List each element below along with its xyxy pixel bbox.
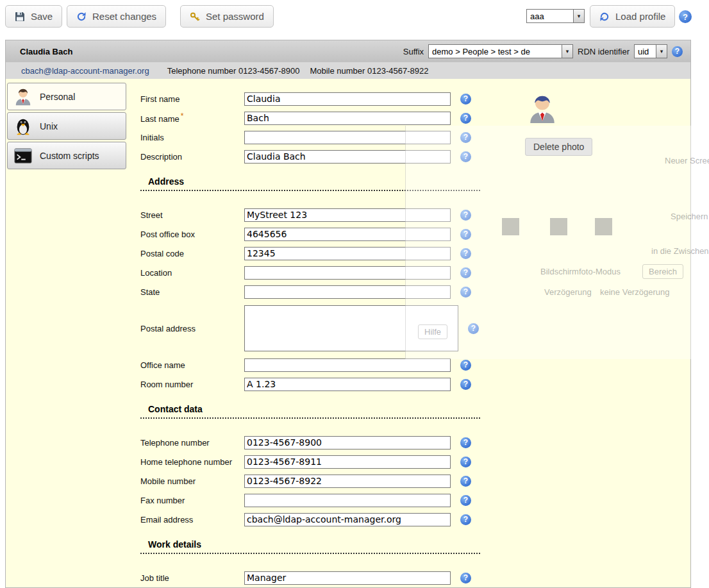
module-tabs: Personal Unix xyxy=(7,83,126,171)
tab-personal-label: Personal xyxy=(40,92,75,102)
help-icon[interactable]: ? xyxy=(460,267,471,278)
help-icon[interactable]: ? xyxy=(460,476,471,487)
post-office-box-label: Post office box xyxy=(140,230,244,239)
dropdown-arrow-icon: ▾ xyxy=(656,45,667,58)
first-name-input[interactable] xyxy=(244,92,451,106)
last-name-label: Last name xyxy=(140,115,179,124)
profile-select[interactable]: aaa ▾ xyxy=(526,9,585,23)
tab-personal[interactable]: Personal xyxy=(7,83,126,110)
rdn-label: RDN identifier xyxy=(578,47,630,56)
help-icon[interactable]: ? xyxy=(460,229,471,240)
help-icon[interactable]: ? xyxy=(460,94,471,105)
mobile-number-input[interactable] xyxy=(244,475,451,488)
reset-changes-button[interactable]: Reset changes xyxy=(67,5,166,28)
location-label: Location xyxy=(140,268,244,278)
state-input[interactable] xyxy=(244,285,451,299)
user-photo xyxy=(526,90,558,128)
postal-code-label: Postal code xyxy=(140,249,244,258)
tab-custom-scripts[interactable]: Custom scripts xyxy=(7,142,126,169)
initials-label: Initials xyxy=(140,133,244,142)
help-icon[interactable]: ? xyxy=(460,514,471,525)
state-label: State xyxy=(140,287,244,297)
help-icon[interactable]: ? xyxy=(460,360,471,371)
save-button[interactable]: Save xyxy=(5,5,62,28)
account-panel: Claudia Bach Suffix demo > People > test… xyxy=(5,40,691,588)
email-address-label: Email address xyxy=(140,515,244,525)
help-icon[interactable]: ? xyxy=(460,151,471,162)
suffix-select[interactable]: demo > People > test > de ▾ xyxy=(428,44,573,58)
help-icon[interactable]: ? xyxy=(460,573,471,584)
lam-user-edit-page: Save Reset changes Set password aaa ▾ xyxy=(0,0,709,588)
office-name-input[interactable] xyxy=(244,358,451,372)
required-marker: * xyxy=(181,112,184,121)
summary-mobile: Mobile number 0123-4567-8922 xyxy=(310,66,428,76)
field-row: Fax number ? xyxy=(140,491,499,510)
telephone-input[interactable] xyxy=(244,436,451,449)
delete-photo-button[interactable]: Delete photo xyxy=(525,138,592,156)
field-row: Job title ? xyxy=(140,568,499,587)
postal-address-textarea[interactable] xyxy=(244,305,458,351)
tab-unix[interactable]: Unix xyxy=(7,112,126,140)
description-input[interactable] xyxy=(244,150,451,164)
email-address-input[interactable] xyxy=(244,513,451,526)
postal-code-input[interactable] xyxy=(244,247,451,260)
help-icon[interactable]: ? xyxy=(460,113,471,124)
help-icon[interactable]: ? xyxy=(460,437,471,448)
field-row: Description ? xyxy=(140,147,499,166)
last-name-input[interactable] xyxy=(244,112,451,125)
home-telephone-input[interactable] xyxy=(244,455,451,469)
field-row: Mobile number ? xyxy=(140,471,499,491)
suffix-select-value: demo > People > test > de xyxy=(429,45,562,58)
rdn-select[interactable]: uid ▾ xyxy=(634,44,667,58)
set-password-button[interactable]: Set password xyxy=(180,5,274,28)
help-icon[interactable]: ? xyxy=(460,287,471,298)
help-icon[interactable]: ? xyxy=(460,495,471,506)
load-profile-button[interactable]: Load profile xyxy=(590,5,675,28)
initials-input[interactable] xyxy=(244,131,451,144)
location-input[interactable] xyxy=(244,266,451,280)
help-icon[interactable]: ? xyxy=(460,210,471,221)
top-toolbar: Save Reset changes Set password aaa ▾ xyxy=(0,0,709,36)
field-row: First name ? xyxy=(140,89,499,108)
description-label: Description xyxy=(140,152,244,162)
help-icon[interactable]: ? xyxy=(460,248,471,259)
reset-changes-label: Reset changes xyxy=(92,11,156,22)
room-number-input[interactable] xyxy=(244,378,451,391)
help-icon[interactable]: ? xyxy=(460,379,471,390)
personal-form: First name ? Last name* ? Initials ? Des… xyxy=(140,89,499,587)
field-row: Location ? xyxy=(140,263,499,282)
post-office-box-input[interactable] xyxy=(244,228,451,241)
field-row: Last name* ? xyxy=(140,108,499,128)
help-icon[interactable]: ? xyxy=(460,132,471,143)
terminal-icon xyxy=(13,146,33,165)
field-row: Postal code ? xyxy=(140,244,499,263)
help-icon[interactable]: ? xyxy=(679,10,692,23)
field-row: Telephone number ? xyxy=(140,433,499,452)
section-heading-contact-data: Contact data xyxy=(140,404,480,419)
field-row: Office name ? xyxy=(140,355,499,374)
street-label: Street xyxy=(140,210,244,220)
account-header: Claudia Bach Suffix demo > People > test… xyxy=(6,40,690,62)
section-heading-work-details: Work details xyxy=(140,539,480,554)
key-icon xyxy=(190,12,200,22)
suffix-label: Suffix xyxy=(403,47,424,56)
room-number-label: Room number xyxy=(140,380,244,389)
save-button-label: Save xyxy=(31,11,53,22)
field-row: Room number ? xyxy=(140,374,499,394)
undo-arrow-icon xyxy=(76,12,87,22)
job-title-label: Job title xyxy=(140,573,244,583)
dropdown-arrow-icon: ▾ xyxy=(562,45,572,58)
field-row: Post office box ? xyxy=(140,224,499,244)
postal-address-label: Postal address xyxy=(140,324,244,333)
job-title-input[interactable] xyxy=(244,571,451,585)
fax-number-input[interactable] xyxy=(244,494,451,507)
help-icon[interactable]: ? xyxy=(460,457,471,467)
street-input[interactable] xyxy=(244,208,451,222)
email-link[interactable]: cbach@ldap-account-manager.org xyxy=(21,66,149,76)
help-icon[interactable]: ? xyxy=(672,46,683,57)
help-icon[interactable]: ? xyxy=(468,323,479,334)
field-row: Street ? xyxy=(140,205,499,224)
office-name-label: Office name xyxy=(140,360,244,370)
tux-penguin-icon xyxy=(13,117,33,136)
floppy-disk-icon xyxy=(15,12,25,22)
